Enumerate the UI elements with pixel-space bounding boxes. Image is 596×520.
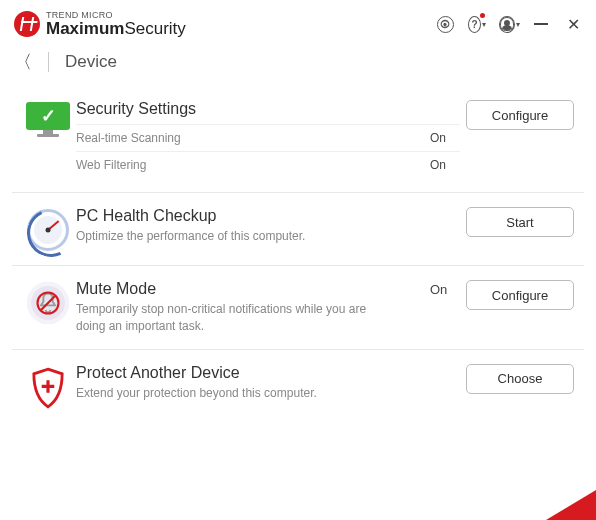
section-security-settings: ✓ Security Settings Real-time Scanning O… [12,86,584,193]
content: ✓ Security Settings Real-time Scanning O… [0,86,596,424]
security-monitor-icon: ✓ [20,100,76,178]
mute-configure-button[interactable]: Configure [466,280,574,310]
gauge-icon [20,207,76,251]
protect-choose-button[interactable]: Choose [466,364,574,394]
row-realtime-scanning: Real-time Scanning On [76,124,460,151]
titlebar-actions: ⦿ ?▾ ▾ ✕ [436,15,582,33]
row-web-filtering: Web Filtering On [76,151,460,178]
hint-icon[interactable]: ⦿ [436,15,454,33]
divider [48,52,49,72]
corner-accent [546,490,596,520]
shield-plus-icon [20,364,76,410]
section-pc-health: PC Health Checkup Optimize the performan… [12,193,584,266]
protect-desc: Extend your protection beyond this compu… [76,385,396,402]
section-protect-device: Protect Another Device Extend your prote… [12,350,584,424]
back-button[interactable]: 〈 [14,50,32,74]
row-value: On [430,131,460,145]
page-title: Device [65,52,117,72]
mute-title: Mute Mode [76,280,430,298]
minimize-button[interactable] [532,15,550,33]
brand-thin: Security [124,19,185,38]
mute-desc: Temporarily stop non-critical notificati… [76,301,396,335]
row-value: On [430,158,460,172]
brand-logo [14,11,40,37]
security-configure-button[interactable]: Configure [466,100,574,130]
health-title: PC Health Checkup [76,207,460,225]
subheader: 〈 Device [0,44,596,86]
brand-text: TREND MICRO MaximumSecurity [46,11,186,37]
titlebar: TREND MICRO MaximumSecurity ⦿ ?▾ ▾ ✕ [0,0,596,44]
help-icon[interactable]: ?▾ [468,15,486,33]
security-title: Security Settings [76,100,460,118]
protect-title: Protect Another Device [76,364,460,382]
section-mute-mode: Mute Mode On Temporarily stop non-critic… [12,266,584,350]
health-start-button[interactable]: Start [466,207,574,237]
brand-bold: Maximum [46,19,124,38]
close-button[interactable]: ✕ [564,15,582,33]
profile-icon[interactable]: ▾ [500,15,518,33]
row-label: Web Filtering [76,158,430,172]
mute-bell-icon [20,280,76,335]
health-desc: Optimize the performance of this compute… [76,228,396,245]
mute-status: On [430,282,460,297]
row-label: Real-time Scanning [76,131,430,145]
